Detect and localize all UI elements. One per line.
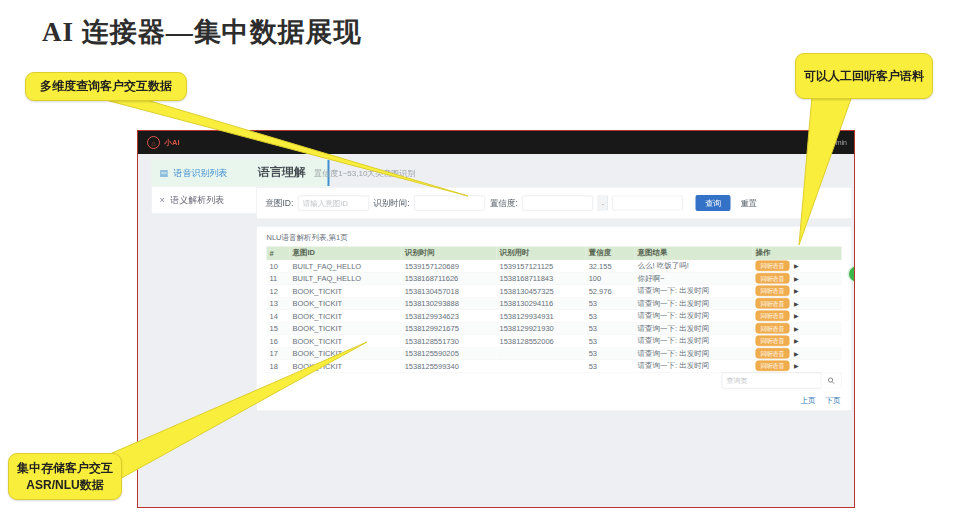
- listen-audio-button[interactable]: 回听语音: [755, 273, 789, 284]
- brand-name: 小AI: [165, 138, 180, 148]
- cell-time2: [497, 360, 586, 373]
- slide-title: AI 连接器—集中数据展现: [42, 14, 362, 50]
- listen-audio-button[interactable]: 回听语音: [755, 298, 789, 309]
- confidence-label: 置信度:: [490, 197, 518, 209]
- cell-actions: 回听语音▶: [752, 322, 841, 335]
- cell-actions: 回听语音▶: [752, 310, 841, 323]
- cell-conf: 53: [586, 297, 635, 310]
- intent-id-label: 意图ID:: [266, 197, 294, 209]
- play-icon[interactable]: ▶: [794, 350, 799, 357]
- app-window: ⌂ 小AI Admin ▤ 语音识别列表 × 语义解析列表: [138, 131, 855, 508]
- cell-result: 请查询一下: 出发时间: [635, 360, 753, 373]
- col-recognition-duration: 识别用时: [497, 247, 586, 260]
- page-title: 语言理解: [258, 165, 306, 179]
- nlu-results-table: # 意图ID 识别时间 识别用时 置信度 意图结果 操作 10BUILT_FAQ…: [267, 247, 842, 373]
- play-icon[interactable]: ▶: [794, 338, 799, 345]
- cell-conf: 32.155: [586, 260, 635, 273]
- play-icon[interactable]: ▶: [794, 275, 799, 282]
- callout-central-storage: 集中存储客户交互ASR/NLU数据: [8, 453, 122, 500]
- magnifier-icon: [828, 377, 836, 385]
- listen-audio-button[interactable]: 回听语音: [755, 336, 789, 347]
- listen-audio-button[interactable]: 回听语音: [755, 286, 789, 297]
- prev-page-link[interactable]: 上页: [801, 396, 816, 406]
- cell-time2: 1538168711843: [497, 272, 586, 285]
- confidence-min-input[interactable]: [522, 196, 593, 211]
- listen-audio-button[interactable]: 回听语音: [755, 361, 789, 372]
- play-icon[interactable]: ▶: [794, 313, 799, 320]
- listen-audio-button[interactable]: 回听语音: [755, 323, 789, 334]
- cell-result: 你好啊~: [635, 272, 753, 285]
- notification-icon[interactable]: [815, 140, 821, 146]
- page-search-input[interactable]: [722, 373, 822, 389]
- cell-intent: BOOK_TICKIT: [290, 285, 402, 298]
- cell-num: 14: [267, 310, 290, 323]
- confidence-max-input[interactable]: [612, 196, 683, 211]
- cell-intent: BUILT_FAQ_HELLO: [290, 260, 402, 273]
- table-row: 10BUILT_FAQ_HELLO15391571206891539157121…: [267, 260, 842, 273]
- cell-num: 17: [267, 347, 290, 360]
- table-row: 11BUILT_FAQ_HELLO15381687116261538168711…: [267, 272, 842, 285]
- cell-time1: 1538125599340: [402, 360, 497, 373]
- col-recognition-time: 识别时间: [402, 247, 497, 260]
- admin-user-label[interactable]: Admin: [827, 139, 847, 147]
- cell-conf: 53: [586, 322, 635, 335]
- cell-result: 请查询一下: 出发时间: [635, 335, 753, 348]
- recognition-time-label: 识别时间:: [373, 197, 409, 209]
- cell-time2: 1538128552006: [497, 335, 586, 348]
- callout-multidim-query: 多维度查询客户交互数据: [25, 72, 187, 101]
- next-page-link[interactable]: 下页: [826, 396, 841, 406]
- page-search: [722, 373, 842, 389]
- search-button[interactable]: [822, 373, 842, 389]
- app-screenshot: ⌂ 小AI Admin ▤ 语音识别列表 × 语义解析列表: [137, 130, 855, 508]
- col-confidence: 置信度: [586, 247, 635, 260]
- col-actions: 操作: [752, 247, 841, 260]
- cell-conf: 53: [586, 310, 635, 323]
- cell-conf: 52.976: [586, 285, 635, 298]
- cell-actions: 回听语音▶: [752, 272, 841, 285]
- play-icon[interactable]: ▶: [794, 263, 799, 270]
- cell-intent: BOOK_TICKIT: [290, 360, 402, 373]
- cell-time2: 1538130457325: [497, 285, 586, 298]
- reset-button[interactable]: 重置: [741, 198, 757, 209]
- cell-result: 请查询一下: 出发时间: [635, 322, 753, 335]
- play-icon[interactable]: ▶: [794, 325, 799, 332]
- cell-time1: 1538125590205: [402, 347, 497, 360]
- cell-conf: 53: [586, 335, 635, 348]
- filter-panel: 意图ID: 识别时间: 置信度: - 查询 重置: [256, 187, 852, 219]
- main-content: 语言理解 置信度1~53,10大类意图识别 意图ID: 识别时间: 置信度: -…: [256, 159, 852, 411]
- app-header: ⌂ 小AI Admin: [138, 131, 855, 154]
- header-right: Admin: [815, 139, 847, 147]
- cell-result: 么么! 吃饭了吗!: [635, 260, 753, 273]
- cell-num: 11: [267, 272, 290, 285]
- play-icon[interactable]: ▶: [794, 300, 799, 307]
- play-icon[interactable]: ▶: [794, 363, 799, 370]
- cell-intent: BOOK_TICKIT: [290, 347, 402, 360]
- table-panel: NLU语音解析列表,第1页 # 意图ID 识别时间 识别用时 置信度 意图结果 …: [256, 226, 852, 411]
- cell-num: 10: [267, 260, 290, 273]
- intent-id-input[interactable]: [298, 196, 369, 211]
- cell-time2: [497, 347, 586, 360]
- table-row: 16BOOK_TICKIT153812855173015381285520065…: [267, 335, 842, 348]
- table-row: 14BOOK_TICKIT153812993462315381299349315…: [267, 310, 842, 323]
- cell-result: 请查询一下: 出发时间: [635, 347, 753, 360]
- cell-result: 请查询一下: 出发时间: [635, 285, 753, 298]
- table-row: 18BOOK_TICKIT153812559934053请查询一下: 出发时间回…: [267, 360, 842, 373]
- cell-time2: 1538129921930: [497, 322, 586, 335]
- cell-time1: 1539157120689: [402, 260, 497, 273]
- query-button[interactable]: 查询: [696, 195, 731, 211]
- cell-time1: 1538129934623: [402, 310, 497, 323]
- cell-conf: 53: [586, 360, 635, 373]
- cell-time2: 1538130294116: [497, 297, 586, 310]
- play-icon[interactable]: ▶: [794, 288, 799, 295]
- recognition-time-input[interactable]: [414, 196, 485, 211]
- cross-icon: ×: [160, 195, 165, 206]
- listen-audio-button[interactable]: 回听语音: [755, 261, 789, 272]
- cell-time1: 1538128551730: [402, 335, 497, 348]
- page-subtitle: 置信度1~53,10大类意图识别: [314, 169, 415, 178]
- cell-intent: BUILT_FAQ_HELLO: [290, 272, 402, 285]
- cell-num: 15: [267, 322, 290, 335]
- listen-audio-button[interactable]: 回听语音: [755, 311, 789, 322]
- listen-audio-button[interactable]: 回听语音: [755, 348, 789, 359]
- table-header-row: # 意图ID 识别时间 识别用时 置信度 意图结果 操作: [267, 247, 842, 260]
- table-row: 17BOOK_TICKIT153812559020553请查询一下: 出发时间回…: [267, 347, 842, 360]
